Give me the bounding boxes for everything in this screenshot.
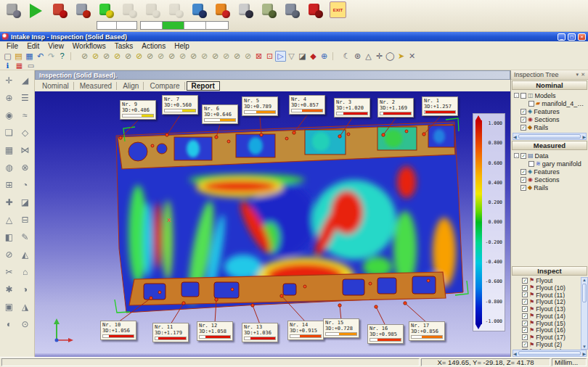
tool-icon[interactable]: ✛ <box>1 72 17 89</box>
expander-icon[interactable] <box>514 177 519 182</box>
view-disc-icon[interactable]: ⊘ <box>177 51 188 61</box>
clear-selection-icon[interactable]: ⊠ <box>253 51 264 61</box>
pan-icon[interactable]: ✛ <box>374 51 385 61</box>
annotation-callout[interactable]: Nr. 11 3D:+1.179 <box>152 323 189 342</box>
panel-collapse-icon[interactable]: ▾ <box>576 72 579 78</box>
tree-item-flyout[interactable]: ✓ ⚑ Flyout (11) <box>513 292 581 299</box>
checkbox[interactable]: ✓ <box>522 327 528 333</box>
view-disc-icon[interactable]: ⊘ <box>123 51 134 61</box>
tool-icon[interactable]: ≈ <box>17 107 33 124</box>
tool-icon[interactable]: ⊞ <box>1 176 17 194</box>
checkbox[interactable] <box>528 161 534 167</box>
checkbox[interactable]: ✓ <box>522 342 528 347</box>
cylinder-probe-icon[interactable] <box>74 1 92 20</box>
fly-icon[interactable]: ➤ <box>396 51 407 61</box>
tree-item-flyout[interactable]: ✓ ⚑ Flyout (15) <box>513 320 581 327</box>
tree-item-data[interactable]: - ✓ ▤ Data <box>513 152 588 160</box>
molecule-icon[interactable] <box>190 1 208 20</box>
menu-item[interactable]: Actions <box>138 42 169 50</box>
save-icon[interactable]: ▦ <box>24 51 35 61</box>
tool-icon[interactable]: ▦ <box>1 141 17 159</box>
view-disc-icon[interactable]: ⊘ <box>188 51 199 61</box>
annotation-callout[interactable]: Nr. 5 3D:+0.789 <box>242 96 278 116</box>
checkbox[interactable]: ✓ <box>522 292 528 297</box>
tree-item-flyout[interactable]: ✓ ⚑ Flyout (14) <box>513 313 581 320</box>
close-button[interactable]: ✕ <box>578 33 586 41</box>
book-icon[interactable] <box>306 1 324 20</box>
tool-icon[interactable]: ◪ <box>17 194 33 211</box>
tree-item-rails[interactable]: ✓ ◆ Rails <box>513 184 588 191</box>
tree-item-sections[interactable]: ✓ ◉ Sections <box>513 115 588 123</box>
tree-item-gary-manifold[interactable]: ≋ gary manifold <box>513 160 588 168</box>
annotation-callout[interactable]: Nr. 14 3D:+0.915 <box>287 321 324 340</box>
checkbox[interactable] <box>528 101 534 107</box>
battery-icon[interactable] <box>97 1 115 20</box>
checkbox[interactable]: ✓ <box>522 313 528 319</box>
view-disc-icon[interactable]: ⊘ <box>134 51 144 61</box>
mesh-icon[interactable]: △ <box>363 51 374 61</box>
tool-icon[interactable]: ☰ <box>17 89 33 107</box>
annotation-callout[interactable]: Nr. 16 3D:+0.985 <box>367 324 404 344</box>
checkbox[interactable] <box>520 93 526 99</box>
expander-icon[interactable] <box>522 101 527 106</box>
tree-item-flyout[interactable]: ✓ ⚑ Flyout (12) <box>513 298 581 305</box>
tree-item-flyout[interactable]: ✓ ⚑ Flyout <box>513 277 581 284</box>
traffic-light-icon[interactable] <box>51 1 69 20</box>
checkbox[interactable]: ✓ <box>522 334 528 340</box>
tab-compare[interactable]: Compare <box>145 82 184 90</box>
panel-close-icon[interactable]: ✕ <box>581 72 585 78</box>
tool-icon[interactable]: ◮ <box>17 298 33 316</box>
select-arrow-icon[interactable]: ▷ <box>275 51 286 62</box>
tree-item-features[interactable]: ✓ ◈ Features <box>513 107 588 115</box>
view-disc-icon[interactable]: ⊘ <box>242 51 253 61</box>
tool-icon[interactable]: ⊟ <box>17 211 33 228</box>
tool-icon[interactable]: ⌂ <box>17 263 33 281</box>
disabled-sphere-icon[interactable] <box>167 1 185 20</box>
annotation-callout[interactable]: Nr. 1 3D:+1.257 <box>422 96 458 116</box>
checkbox[interactable]: ✓ <box>520 109 526 115</box>
wrench-icon[interactable] <box>283 1 301 20</box>
menu-item[interactable]: View <box>44 42 68 50</box>
expander-icon[interactable]: - <box>514 93 519 98</box>
tree-item-flyout[interactable]: ✓ ⚑ Flyout (10) <box>513 284 581 292</box>
help-icon[interactable]: ? <box>57 51 68 61</box>
expander-icon[interactable] <box>514 109 519 114</box>
tool-icon[interactable]: △ <box>1 211 17 228</box>
tool-icon[interactable]: ◉ <box>1 107 17 124</box>
tree-item-manifold[interactable]: ▰ manifold_4_with_fix <box>513 99 588 107</box>
tab-measured[interactable]: Measured <box>75 82 117 90</box>
new-file-icon[interactable]: ▢ <box>2 51 13 61</box>
checkbox[interactable]: ✓ <box>520 177 526 183</box>
open-file-icon[interactable]: ▤ <box>13 51 24 61</box>
tab-report[interactable]: Report <box>187 81 220 91</box>
menu-item[interactable]: Tasks <box>111 42 137 50</box>
expander-icon[interactable] <box>514 125 519 130</box>
tree-item-flyout[interactable]: ✓ ⚑ Flyout (16) <box>513 327 581 334</box>
tool-icon[interactable]: ⊕ <box>1 89 17 107</box>
tool-icon[interactable]: ⊙ <box>17 316 33 333</box>
orbit-icon[interactable]: ◯ <box>385 51 396 61</box>
tool-icon[interactable]: ◭ <box>17 246 33 263</box>
checkbox[interactable]: ✓ <box>522 306 528 312</box>
checkbox[interactable]: ✓ <box>522 299 528 305</box>
annotation-callout[interactable]: Nr. 15 3D:+0.728 <box>323 318 359 338</box>
tool-icon[interactable]: ❏ <box>1 124 17 141</box>
annotation-callout[interactable]: Nr. 13 3D:+1.036 <box>242 323 278 342</box>
separator[interactable] <box>332 52 339 60</box>
filter-icon[interactable]: ▽ <box>286 51 297 61</box>
tree-item-sections[interactable]: ✓ ◉ Sections <box>513 176 588 184</box>
separator[interactable] <box>70 52 77 60</box>
annotation-callout[interactable]: Nr. 10 3D:+1.056 <box>100 321 136 340</box>
tool-icon[interactable]: ⋈ <box>17 141 33 159</box>
annotation-callout[interactable]: Nr. 7 3D:+0.560 <box>162 95 198 115</box>
view-disc-icon[interactable]: ⊘ <box>79 51 90 61</box>
camera-icon[interactable] <box>237 1 255 20</box>
tree-item-flyout[interactable]: ✓ ⚑ Flyout (2) <box>513 341 581 348</box>
tool-icon[interactable]: ◑ <box>17 281 33 298</box>
info-icon[interactable]: ℹ <box>3 62 12 70</box>
menu-item[interactable]: File <box>3 42 22 50</box>
annotation-callout[interactable]: Nr. 4 3D:+0.857 <box>289 95 325 115</box>
view-disc-icon[interactable]: ⊘ <box>232 51 242 61</box>
undo-icon[interactable]: ↶ <box>35 51 46 61</box>
tool-icon[interactable]: ⊘ <box>1 246 17 263</box>
